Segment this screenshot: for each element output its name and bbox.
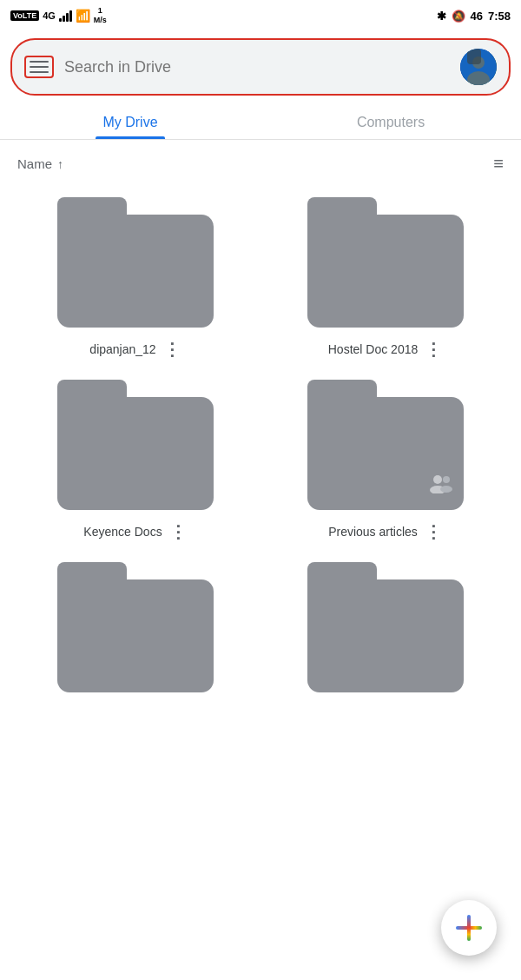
file-label-row: dipanjan_12 ⋮ [17,341,254,358]
fab-plus-icon [456,915,482,941]
folder-icon-5[interactable] [49,558,222,697]
folder-icon-hostel[interactable] [299,193,472,332]
folder-icon-6[interactable] [299,558,472,697]
mute-icon: 🔕 [452,10,465,23]
hamburger-line-1 [30,61,49,63]
tabs-container: My Drive Computers [0,103,521,140]
folder-shape [57,380,214,510]
bluetooth-icon: ✱ [437,10,446,23]
folder-shape [307,562,464,692]
volte-indicator: VoLTE [10,10,39,21]
file-label-row: Keyence Docs ⋮ [17,523,254,540]
svg-point-4 [433,475,442,484]
more-options-button[interactable]: ⋮ [169,523,188,540]
folder-tab [307,380,377,399]
folder-shape [307,197,464,328]
folder-icon-previous[interactable] [299,375,472,514]
folder-back [57,397,214,510]
list-item: Previous articles ⋮ [267,375,504,540]
list-item: dipanjan_12 ⋮ [17,193,254,358]
list-item [17,558,254,697]
svg-point-7 [440,486,452,493]
tab-my-drive-label: My Drive [102,115,157,129]
tab-computers[interactable]: Computers [260,103,521,139]
people-icon [429,473,453,493]
shared-icon [429,473,453,500]
files-grid: dipanjan_12 ⋮ Hostel Doc 2018 ⋮ Keyence … [0,184,521,714]
list-item: Keyence Docs ⋮ [17,375,254,540]
folder-shape [57,197,214,328]
folder-tab [307,197,377,216]
list-item [267,558,504,697]
wifi-icon: 📶 [76,9,90,23]
avatar-svg [460,49,497,85]
menu-button[interactable] [24,56,54,78]
bar3 [66,13,69,22]
file-label-row: Previous articles ⋮ [267,523,504,540]
signal-bars [59,10,72,22]
folder-back [307,397,464,510]
battery-level: 46 [471,10,483,23]
list-item: Hostel Doc 2018 ⋮ [267,193,504,358]
folder-shape [307,380,464,510]
sort-header: Name ↑ ≡ [0,140,521,184]
list-view-button[interactable]: ≡ [493,154,504,174]
sort-label[interactable]: Name ↑ [17,156,63,171]
speed-up: 1 [94,6,107,16]
file-name: Hostel Doc 2018 [328,342,419,356]
tab-my-drive[interactable]: My Drive [0,103,260,139]
file-name: Previous articles [328,525,418,539]
file-label-row: Hostel Doc 2018 ⋮ [267,341,504,358]
hamburger-line-3 [30,71,49,73]
svg-rect-3 [467,49,481,64]
folder-tab [57,562,127,581]
fab-vertical [467,915,471,941]
status-right: ✱ 🔕 46 7:58 [437,10,511,23]
folder-back [307,215,464,328]
svg-point-5 [443,476,450,483]
signal-4g: 4G [43,10,56,21]
more-options-button[interactable]: ⋮ [425,341,443,358]
tab-computers-label: Computers [357,115,425,129]
folder-icon-dipanjan[interactable] [49,193,222,332]
search-input[interactable] [64,58,450,76]
search-container [0,31,521,103]
bar1 [59,18,62,22]
folder-tab [57,380,127,399]
speed-indicator: 1 M/s [94,6,107,25]
more-options-button[interactable]: ⋮ [163,341,181,358]
hamburger-line-2 [30,66,49,68]
folder-shape [57,562,214,692]
search-bar [10,38,511,96]
folder-icon-keyence[interactable] [49,375,222,514]
file-name: dipanjan_12 [89,342,155,356]
folder-back [307,579,464,692]
clock: 7:58 [488,10,511,23]
avatar[interactable] [460,49,497,85]
file-name: Keyence Docs [83,525,162,539]
bar4 [69,10,72,22]
bar2 [63,16,65,22]
more-options-button[interactable]: ⋮ [425,523,443,540]
sort-name: Name [17,156,52,171]
folder-back [57,215,214,328]
folder-tab [307,562,377,581]
speed-unit: M/s [94,16,107,25]
status-bar: VoLTE 4G 📶 1 M/s ✱ 🔕 46 7:58 [0,0,521,31]
folder-tab [57,197,127,216]
fab-add-button[interactable] [441,900,497,956]
folder-back [57,579,214,692]
avatar-image [460,49,497,85]
sort-arrow-icon: ↑ [57,157,63,171]
status-left: VoLTE 4G 📶 1 M/s [10,6,107,25]
